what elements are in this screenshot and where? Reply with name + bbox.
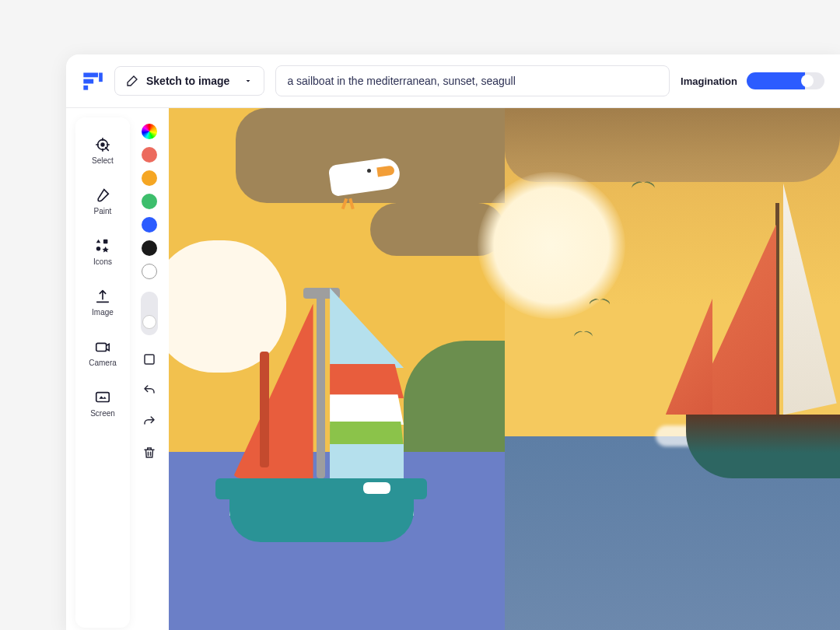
- trash-icon: [142, 446, 156, 460]
- svg-rect-10: [145, 355, 154, 364]
- canvas-area: [169, 108, 840, 630]
- shapes-icon: [94, 237, 111, 254]
- mode-selector[interactable]: Sketch to image: [114, 66, 264, 96]
- camera-icon: [94, 338, 111, 355]
- svg-point-7: [96, 247, 101, 251]
- logo-icon: [82, 70, 103, 92]
- generated-canvas: [505, 108, 841, 630]
- svg-rect-8: [96, 343, 107, 351]
- tool-paint[interactable]: Paint: [91, 184, 115, 219]
- svg-rect-3: [99, 73, 103, 82]
- color-orange[interactable]: [142, 170, 157, 186]
- paint-icon: [94, 187, 111, 204]
- tool-paint-label: Paint: [94, 207, 112, 215]
- redo-button[interactable]: [140, 412, 159, 431]
- tool-sidebar: Select Paint Icons Image: [75, 117, 130, 628]
- chevron-down-icon: [243, 76, 253, 86]
- delete-button[interactable]: [140, 443, 159, 462]
- color-sidebar: [130, 108, 169, 630]
- mode-label: Sketch to image: [146, 75, 229, 87]
- imagination-control: Imagination: [681, 72, 824, 89]
- color-coral[interactable]: [142, 147, 157, 163]
- app-logo[interactable]: [82, 70, 103, 92]
- tool-select[interactable]: Select: [89, 133, 117, 168]
- square-icon: [142, 352, 156, 366]
- tool-image-label: Image: [92, 308, 114, 317]
- prompt-input[interactable]: [275, 65, 670, 96]
- tool-screen-label: Screen: [90, 409, 115, 418]
- app-window: Sketch to image Imagination Select: [66, 54, 840, 630]
- tool-camera-label: Camera: [89, 359, 117, 367]
- tool-image[interactable]: Image: [89, 285, 117, 320]
- undo-button[interactable]: [140, 381, 159, 400]
- brush-icon: [126, 75, 138, 87]
- cursor-icon: [94, 136, 111, 153]
- svg-rect-0: [83, 73, 98, 78]
- tool-screen[interactable]: Screen: [87, 386, 118, 421]
- tool-select-label: Select: [92, 156, 114, 165]
- svg-rect-2: [83, 86, 88, 90]
- svg-rect-9: [96, 393, 110, 402]
- color-white[interactable]: [142, 264, 157, 279]
- undo-icon: [142, 383, 156, 397]
- shape-rect-button[interactable]: [140, 350, 159, 369]
- svg-rect-1: [83, 79, 93, 84]
- color-picker-rainbow[interactable]: [142, 124, 157, 139]
- tool-camera[interactable]: Camera: [86, 335, 120, 370]
- imagination-label: Imagination: [681, 75, 737, 87]
- upload-icon: [94, 288, 111, 305]
- color-black[interactable]: [142, 240, 157, 256]
- screen-icon: [94, 389, 111, 406]
- workspace: Select Paint Icons Image: [66, 108, 840, 630]
- svg-rect-6: [103, 240, 108, 244]
- color-green[interactable]: [142, 194, 157, 209]
- imagination-slider[interactable]: [747, 72, 824, 89]
- tool-icons-label: Icons: [93, 257, 112, 266]
- redo-icon: [142, 415, 156, 429]
- sketch-canvas[interactable]: [169, 108, 505, 630]
- svg-point-5: [101, 143, 104, 146]
- brush-size-slider[interactable]: [141, 292, 158, 335]
- color-blue[interactable]: [142, 217, 157, 233]
- tool-icons[interactable]: Icons: [90, 234, 115, 269]
- header-bar: Sketch to image Imagination: [66, 54, 840, 108]
